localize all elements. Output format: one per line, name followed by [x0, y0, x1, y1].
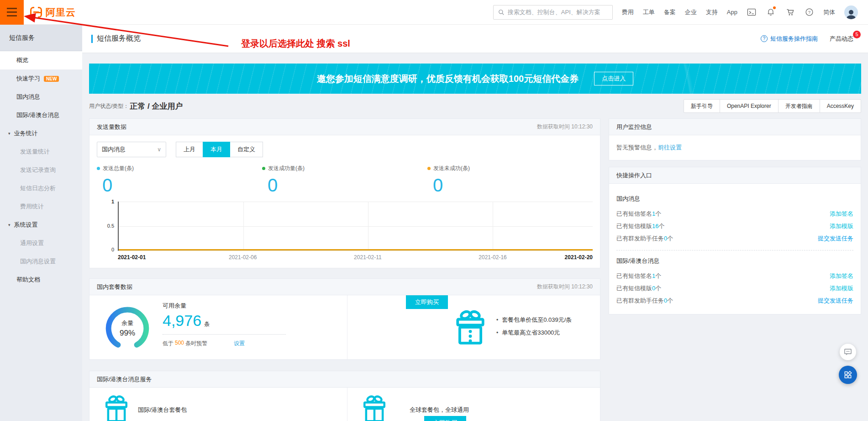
- sidebar-item-general-settings[interactable]: 通用设置: [0, 234, 82, 252]
- chart-plot-area: [118, 202, 593, 251]
- feedback-chat-button[interactable]: [840, 344, 856, 360]
- data-fetch-time: 数据获取时间 10:12:30: [537, 283, 593, 291]
- stat-success-value: 0: [268, 175, 427, 195]
- nav-billing[interactable]: 费用: [622, 8, 634, 16]
- nav-enterprise[interactable]: 企业: [685, 8, 697, 16]
- app-grid-button[interactable]: [839, 366, 857, 384]
- nav-tickets[interactable]: 工单: [643, 8, 655, 16]
- x-tick-label: 2021-02-01: [118, 254, 146, 261]
- sidebar-item-quick-learn[interactable]: 快速学习 NEW: [0, 69, 82, 88]
- add-signature-link[interactable]: 添加签名: [830, 210, 853, 218]
- quick-row-signatures: 已有短信签名1个 添加签名: [616, 208, 853, 220]
- sidebar-item-domestic-msg-settings[interactable]: 国内消息设置: [0, 252, 82, 271]
- message-type-select[interactable]: 国内消息 ∨: [97, 142, 166, 157]
- add-template-link[interactable]: 添加模版: [830, 284, 853, 293]
- aliyun-logo[interactable]: 阿里云: [30, 6, 76, 19]
- x-tick-label: 2021-02-16: [479, 254, 506, 261]
- chat-icon: [843, 347, 852, 357]
- language-switcher[interactable]: 简体: [823, 8, 835, 16]
- send-volume-card: 发送量数据 数据获取时间 10:12:30 国内消息 ∨ 上月 本月: [89, 118, 600, 268]
- add-signature-link[interactable]: 添加签名: [830, 272, 853, 280]
- submit-send-task-link[interactable]: 提交发送任务: [818, 234, 853, 243]
- cart-icon[interactable]: [785, 7, 795, 17]
- nav-app[interactable]: App: [727, 9, 737, 16]
- title-accent-bar: [91, 35, 93, 43]
- quick-actions-card: 快捷操作入口 国内消息 已有短信签名1个 添加签名 已有短信模版16个 添加模版: [609, 167, 861, 314]
- legend-dot-failed: [427, 167, 431, 170]
- page-header: 短信服务概览 ? 短信服务操作指南 产品动态 5: [82, 25, 868, 53]
- balance-unit: 条: [204, 321, 210, 327]
- chevron-down-icon: ∨: [157, 146, 161, 153]
- collapse-arrow-icon: ▾: [8, 223, 11, 227]
- operation-guide-link[interactable]: ? 短信服务操作指南: [761, 35, 818, 43]
- sidebar-item-sms-log-analysis[interactable]: 短信日志分析: [0, 179, 82, 197]
- beginner-guide-button[interactable]: 新手引导: [684, 99, 720, 113]
- stat-failed-sent: 发送未成功(条) 0: [427, 165, 593, 195]
- warn-threshold-value: 500: [175, 340, 184, 347]
- user-status-label: 用户状态/类型：: [89, 102, 129, 110]
- question-circle-icon: ?: [761, 35, 768, 42]
- sidebar-item-intl-messages[interactable]: 国际/港澳台消息: [0, 106, 82, 124]
- notifications-bell-icon[interactable]: [766, 7, 776, 17]
- survey-banner: 邀您参加短信满意度调研，优质反馈有机会获取100元短信代金券 点击进入: [89, 64, 861, 94]
- nav-support[interactable]: 支持: [706, 8, 718, 16]
- global-buy-button[interactable]: 立即购买: [424, 416, 466, 421]
- sidebar-item-help-docs[interactable]: 帮助文档: [0, 271, 82, 289]
- user-monitor-card: 用户监控信息 暂无预警信息，前往设置: [609, 118, 861, 160]
- range-last-month-button[interactable]: 上月: [176, 142, 203, 157]
- main-page: 短信服务概览 ? 短信服务操作指南 产品动态 5 邀您参加短信满意度调研，优质反…: [82, 25, 868, 421]
- data-fetch-time: 数据获取时间 10:12:30: [537, 123, 593, 131]
- add-template-link[interactable]: 添加模版: [830, 222, 853, 230]
- warn-settings-link[interactable]: 设置: [234, 340, 245, 347]
- new-badge: NEW: [44, 76, 59, 82]
- sidebar: 短信服务 概览 快速学习 NEW 国内消息 国际/港澳台消息 ▾ 业务统计 发送…: [0, 25, 82, 421]
- sidebar-item-send-record-query[interactable]: 发送记录查询: [0, 161, 82, 179]
- sidebar-item-overview[interactable]: 概览: [0, 51, 82, 69]
- quick-row-templates: 已有短信模版0个 添加模版: [616, 282, 853, 294]
- cloudshell-icon[interactable]: [747, 7, 757, 17]
- gauge-label: 余量: [102, 319, 153, 327]
- y-tick-label: 0: [97, 247, 114, 252]
- send-volume-chart: 1 0.5 0 2: [97, 202, 593, 263]
- quick-section-intl: 国际/港澳台消息: [616, 257, 853, 265]
- notification-dot: [773, 6, 776, 9]
- sidebar-group-business-stats[interactable]: ▾ 业务统计: [0, 124, 82, 143]
- sidebar-item-domestic-messages[interactable]: 国内消息: [0, 88, 82, 106]
- legend-dot-success: [262, 167, 265, 170]
- nav-icp[interactable]: 备案: [664, 8, 676, 16]
- quick-row-templates: 已有短信模版16个 添加模版: [616, 220, 853, 232]
- banner-enter-button[interactable]: 点击进入: [594, 72, 633, 85]
- help-icon[interactable]: ?: [804, 7, 814, 17]
- global-search-box[interactable]: [493, 5, 613, 20]
- quick-tools-button-group: 新手引导 OpenAPI Explorer 开发者指南 AccessKey: [684, 99, 861, 113]
- y-tick-label: 1: [97, 199, 114, 204]
- search-input[interactable]: [508, 9, 608, 16]
- gift-icon: [453, 310, 487, 346]
- user-avatar[interactable]: [844, 5, 858, 19]
- gift-icon: [103, 395, 130, 421]
- domestic-package-card: 国内套餐数据 数据获取时间 10:12:30: [89, 278, 600, 360]
- product-news-link[interactable]: 产品动态 5: [830, 35, 856, 43]
- gauge-percent: 99%: [102, 329, 153, 338]
- quick-row-signatures: 已有短信签名1个 添加签名: [616, 270, 853, 282]
- product-menu-button[interactable]: [0, 0, 24, 25]
- x-axis-labels: 2021-02-01 2021-02-06 2021-02-11 2021-02…: [118, 253, 593, 263]
- dotted-divider: [163, 334, 286, 335]
- range-custom-button[interactable]: 自定义: [230, 142, 263, 157]
- package-promo-panel: 立即购买 套餐包单价低至0.039元/条 单笔最高立省33000元: [347, 295, 600, 359]
- buy-now-button[interactable]: 立即购买: [406, 295, 448, 309]
- search-icon: [498, 9, 505, 16]
- sidebar-item-send-volume-stats[interactable]: 发送量统计: [0, 143, 82, 161]
- openapi-explorer-button[interactable]: OpenAPI Explorer: [720, 99, 779, 113]
- legend-dot-total: [97, 167, 100, 170]
- range-this-month-button[interactable]: 本月: [203, 142, 230, 157]
- intl-package-panel: 国际/港澳台套餐包: [89, 388, 347, 421]
- go-to-settings-link[interactable]: 前往设置: [658, 144, 682, 151]
- sidebar-group-system-settings[interactable]: ▾ 系统设置: [0, 216, 82, 234]
- submit-send-task-link[interactable]: 提交发送任务: [818, 297, 853, 305]
- sidebar-item-cost-stats[interactable]: 费用统计: [0, 197, 82, 216]
- accesskey-button[interactable]: AccessKey: [820, 99, 861, 113]
- send-stats-row: 发送总量(条) 0 发送成功量(条) 0 发送未成功(条) 0: [97, 165, 593, 195]
- developer-guide-button[interactable]: 开发者指南: [778, 99, 820, 113]
- intl-package-label: 国际/港澳台套餐包: [138, 406, 187, 414]
